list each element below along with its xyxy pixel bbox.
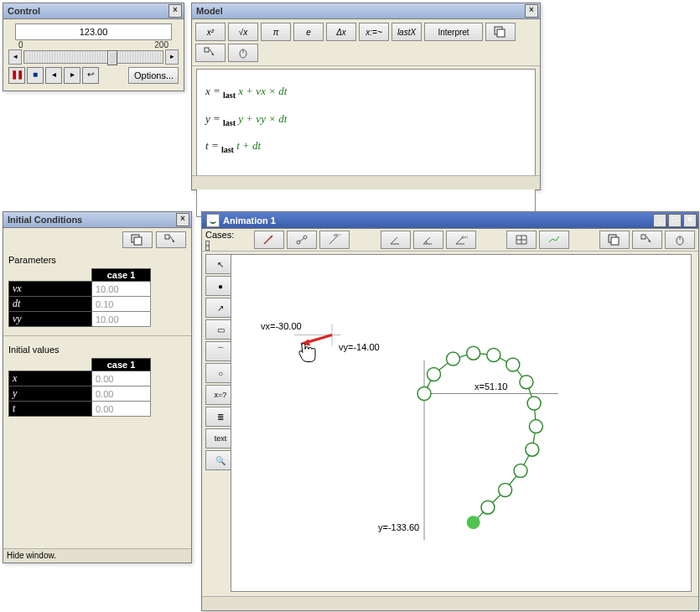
svg-rect-2 [205,48,209,52]
model-statusbar [192,175,540,189]
time-slider[interactable] [23,50,163,64]
close-icon[interactable]: × [683,214,697,227]
close-icon[interactable]: × [525,4,538,18]
grid-tool-icon[interactable] [506,231,537,249]
step-back-button[interactable]: ◂ [45,67,62,84]
table-row: t 0.00 [9,402,151,417]
minimize-icon[interactable]: _ [653,214,666,227]
return-button[interactable]: ↩ [82,67,99,84]
case-header: case 1 [92,359,151,371]
svg-point-35 [506,358,520,371]
svg-point-30 [417,387,431,401]
animation-titlebar[interactable]: Animation 1 _ □ × [202,212,698,229]
svg-point-40 [514,464,527,478]
cases-label: Cases: [205,230,234,240]
model-editor[interactable]: x = last x + vx × dt y = last y + vy × d… [196,69,536,217]
svg-rect-8 [165,235,169,239]
sqrt-button[interactable]: √x [228,23,258,41]
cases-dropdown[interactable]: ▫ [205,241,210,251]
init-t-input[interactable]: 0.00 [92,402,151,417]
initial-conditions-window: Initial Conditions × Parameters case 1 v… [3,211,192,563]
connect-icon[interactable] [156,231,186,248]
chart-tool-icon[interactable] [539,231,569,249]
model-window: Model × x² √x π e Δx x:=~ lastX Interpre… [191,3,541,190]
options-button[interactable]: Options... [128,67,179,84]
init-x-input[interactable]: 0.00 [92,371,151,386]
close-icon[interactable]: × [169,4,182,18]
svg-point-36 [520,376,533,389]
pause-button[interactable]: ❚❚ [8,67,25,84]
initial-values-table: case 1 x 0.00 y 0.00 t 0.00 [8,358,151,417]
trajectory-series [417,346,542,529]
initial-titlebar[interactable]: Initial Conditions × [3,212,191,228]
mouse-icon[interactable] [665,231,695,249]
initial-title: Initial Conditions [8,215,82,225]
animation-canvas[interactable]: x=51.10 y=-133.60 vx=-30.00 vy=-14.00 [231,254,692,592]
parameters-section: Parameters case 1 vx 10.00 dt 0.10 vy 10… [3,252,191,330]
param-vy-input[interactable]: 10.00 [92,312,151,327]
svg-point-37 [527,397,541,410]
angle2-tool-icon[interactable] [413,231,443,249]
table-row: x 0.00 [9,371,151,386]
param-dt-input[interactable]: 0.10 [92,297,151,312]
copy-icon[interactable] [122,231,153,248]
parameters-table: case 1 vx 10.00 dt 0.10 vy 10.00 [8,268,151,327]
svg-rect-20 [641,235,646,239]
stop-button[interactable]: ■ [27,67,44,84]
model-title: Model [196,6,223,16]
table-row: vx 10.00 [9,282,151,297]
close-icon[interactable]: × [176,213,189,226]
time-readout: 123.00 [15,23,172,40]
x-label: x=51.10 [474,381,507,392]
svg-text:d=?: d=? [334,234,341,237]
angle1-tool-icon[interactable] [381,231,411,249]
control-titlebar[interactable]: Control × [3,3,184,19]
model-titlebar[interactable]: Model × [192,3,540,19]
parameters-heading: Parameters [8,255,186,265]
case-header: case 1 [92,269,151,282]
animation-window: Animation 1 _ □ × Cases: ▫ d=? A=? [201,211,699,611]
svg-point-42 [481,500,495,514]
animation-toolbar: Cases: ▫ d=? A=? [202,229,698,252]
svg-point-41 [499,484,512,497]
svg-line-14 [299,238,304,241]
squared-button[interactable]: x² [195,23,226,41]
svg-rect-1 [497,29,505,37]
equation-line: t = last t + dt [205,132,526,160]
ruler-tool-icon[interactable]: d=? [319,231,350,249]
pi-button[interactable]: π [261,23,291,41]
last-button[interactable]: lastX [391,23,422,41]
y-label: y=-133.60 [378,522,419,532]
animation-left-toolbar: ↖ ● ↗ ▭ ⌒ ○ x=? ≣ text 🔍 [205,254,227,470]
slider-thumb[interactable] [107,50,117,65]
table-row: dt 0.10 [9,297,151,312]
connect-icon[interactable] [195,44,226,62]
param-vx-input[interactable]: 10.00 [92,282,151,297]
assign-button[interactable]: x:=~ [359,23,389,41]
mouse-icon[interactable] [228,44,258,62]
table-row: y 0.00 [9,386,151,402]
scale-min: 0 [18,40,23,49]
slider-right-button[interactable]: ▸ [165,49,179,65]
e-button[interactable]: e [293,23,324,41]
initial-statusbar: Hide window. [3,548,191,563]
model-toolbar: x² √x π e Δx x:=~ lastX Interpret [192,19,540,66]
measure-tool-icon[interactable] [287,231,317,249]
svg-text:A=?: A=? [460,235,468,240]
angle3-tool-icon[interactable]: A=? [446,231,476,249]
connect-icon[interactable] [632,231,662,249]
copy-icon[interactable] [599,231,630,249]
initial-values-section: Initial values case 1 x 0.00 y 0.00 t 0.… [3,341,191,420]
trajectory-plot: x=51.10 y=-133.60 vx=-30.00 vy=-14.00 [231,255,691,591]
slider-left-button[interactable]: ◂ [8,49,22,65]
delta-x-button[interactable]: Δx [326,23,356,41]
interpret-button[interactable]: Interpret [424,23,483,41]
velocity-vector[interactable]: vx=-30.00 vy=-14.00 [261,321,380,362]
vy-label: vy=-14.00 [339,342,380,352]
step-forward-button[interactable]: ▸ [64,67,80,84]
svg-point-31 [428,368,441,381]
maximize-icon[interactable]: □ [668,214,682,227]
init-y-input[interactable]: 0.00 [92,386,151,402]
copy-icon[interactable] [485,23,516,41]
vector-tool-icon[interactable] [254,231,284,249]
